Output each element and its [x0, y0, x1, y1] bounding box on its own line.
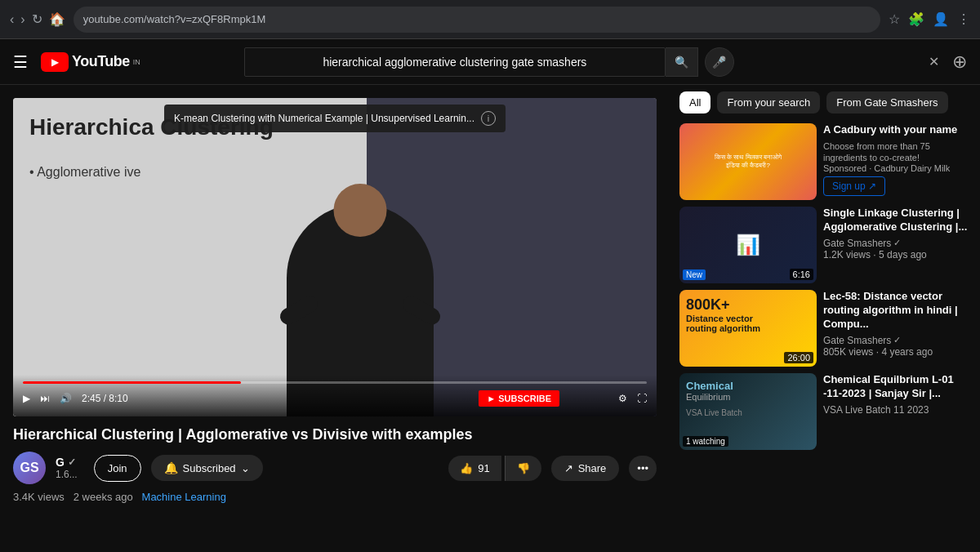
- subscribe-video-button[interactable]: ► SUBSCRIBE: [479, 390, 559, 407]
- dislike-icon: 👎: [517, 462, 530, 474]
- profile-browser-icon[interactable]: 👤: [933, 11, 949, 27]
- video2-info: Lec-58: Distance vector routing algorith…: [823, 290, 970, 367]
- video3-channel: VSA Live Batch 11 2023: [823, 404, 970, 416]
- video-player[interactable]: Hierarchica Clustering • Agglomerative i…: [13, 98, 657, 416]
- sidebar-card-ad[interactable]: किस के साथ मिलकर बनाओगेइंडिया की कैडबरी?…: [679, 123, 970, 200]
- voice-search-button[interactable]: 🎤: [705, 47, 734, 77]
- person-head: [334, 184, 387, 237]
- reload-button[interactable]: ↻: [32, 11, 42, 27]
- ad-card-info: A Cadbury with your name Choose from mor…: [823, 123, 970, 200]
- video-background: Hierarchica Clustering • Agglomerative i…: [13, 98, 657, 416]
- sidebar-card-3[interactable]: Chemical Equilibrium VSA Live Batch 1 wa…: [679, 373, 970, 450]
- like-dislike-section: 👍 91 👎: [448, 456, 541, 481]
- tooltip-info-icon[interactable]: i: [481, 111, 496, 126]
- video2-verified: ✓: [893, 335, 901, 345]
- video1-thumbnail: 📊 6:16 New: [679, 207, 817, 283]
- ad-subtitle: Choose from more than 75 ingredients to …: [823, 140, 970, 164]
- filter-chip-all[interactable]: All: [679, 91, 710, 114]
- video2-meta: 805K views · 4 years ago: [823, 346, 970, 358]
- video3-info: Chemical Equilbrium L-01 -11-2023 | Sanj…: [823, 373, 970, 450]
- youtube-logo-icon: [41, 52, 69, 72]
- dislike-button[interactable]: 👎: [505, 456, 541, 481]
- youtube-header: ☰ YouTube IN 🔍 🎤 ✕ ⊕: [0, 39, 980, 85]
- sidebar: All From your search From Gate Smashers …: [670, 85, 980, 552]
- close-search-icon[interactable]: ✕: [929, 54, 939, 69]
- create-video-icon[interactable]: ⊕: [952, 51, 967, 73]
- play-button[interactable]: ▶: [23, 393, 30, 404]
- like-button[interactable]: 👍 91: [448, 456, 501, 481]
- video-meta-row: GS G ✓ 1.6... Join 🔔 Subscribed ⌄: [13, 452, 657, 484]
- browser-actions: ☆ 🧩 👤 ⋮: [889, 11, 970, 27]
- video2-channel: Gate Smashers ✓: [823, 335, 970, 346]
- video3-watching: 1 watching: [683, 436, 728, 447]
- video-info: Hierarchical Clustering | Agglomerative …: [13, 416, 657, 513]
- like-icon: 👍: [460, 462, 473, 474]
- address-bar[interactable]: youtube.com/watch?v=zxQF8Rmpk1M: [74, 7, 880, 33]
- like-count: 91: [478, 462, 489, 474]
- ad-image: किस के साथ मिलकर बनाओगेइंडिया की कैडबरी?: [679, 123, 817, 200]
- chevron-down-icon: ⌄: [241, 462, 250, 474]
- search-input[interactable]: [244, 47, 666, 77]
- ad-title: A Cadbury with your name: [823, 123, 970, 137]
- main-content: Hierarchica Clustering • Agglomerative i…: [0, 85, 980, 552]
- sidebar-card-2[interactable]: 800K+ Distance vectorrouting algorithm 2…: [679, 290, 970, 367]
- fullscreen-icon[interactable]: ⛶: [637, 393, 647, 404]
- control-buttons: ▶ ⏭ 🔊 2:45 / 8:10 ► SUBSCRIBE ⚙ ⛶: [23, 390, 647, 407]
- video1-new-badge: New: [683, 269, 706, 280]
- video2-title: Lec-58: Distance vector routing algorith…: [823, 290, 970, 332]
- share-button[interactable]: ↗ Share: [551, 456, 620, 481]
- filter-chip-gate[interactable]: From Gate Smashers: [826, 91, 947, 114]
- subscribed-button[interactable]: 🔔 Subscribed ⌄: [151, 455, 263, 481]
- tooltip-text: K-mean Clustering with Numerical Example…: [174, 113, 474, 124]
- share-label: Share: [578, 462, 607, 474]
- video1-channel: Gate Smashers ✓: [823, 238, 970, 249]
- video-section: Hierarchica Clustering • Agglomerative i…: [0, 85, 670, 552]
- video1-title: Single Linkage Clustering | Agglomerativ…: [823, 207, 970, 234]
- settings-icon[interactable]: ⚙: [618, 393, 627, 404]
- video3-thumb-content: Chemical Equilibrium VSA Live Batch: [679, 373, 817, 424]
- video1-meta: 1.2K views · 5 days ago: [823, 249, 970, 260]
- ad-thumbnail: किस के साथ मिलकर बनाओगेइंडिया की कैडबरी?: [679, 123, 817, 200]
- more-options-button[interactable]: •••: [629, 456, 657, 481]
- video-stats: 3.4K views 2 weeks ago Machine Learning: [13, 491, 657, 503]
- signup-button[interactable]: Sign up ↗: [823, 176, 885, 196]
- header-actions: ✕ ⊕: [929, 51, 967, 73]
- channel-info: G ✓ 1.6...: [56, 456, 78, 480]
- next-button[interactable]: ⏭: [40, 393, 50, 404]
- video1-thumb-icon: 📊: [736, 234, 760, 256]
- video-tooltip: K-mean Clustering with Numerical Example…: [164, 105, 506, 132]
- filter-chip-search[interactable]: From your search: [717, 91, 820, 114]
- video3-title: Chemical Equilbrium L-01 -11-2023 | Sanj…: [823, 373, 970, 401]
- forward-button[interactable]: ›: [20, 12, 24, 27]
- more-icon: •••: [637, 462, 648, 474]
- video3-thumbnail: Chemical Equilibrium VSA Live Batch 1 wa…: [679, 373, 817, 450]
- video2-thumb-text: 800K+ Distance vectorrouting algorithm: [679, 290, 817, 340]
- home-button[interactable]: 🏠: [49, 11, 65, 27]
- progress-bar[interactable]: [23, 381, 647, 384]
- menu-browser-icon[interactable]: ⋮: [957, 11, 970, 27]
- join-button[interactable]: Join: [94, 455, 141, 482]
- sidebar-card-1[interactable]: 📊 6:16 New Single Linkage Clustering | A…: [679, 207, 970, 283]
- youtube-logo-text: YouTube: [72, 53, 130, 70]
- url-text: youtube.com/watch?v=zxQF8Rmpk1M: [83, 13, 266, 25]
- channel-name: G ✓: [56, 456, 78, 469]
- bookmark-icon[interactable]: ☆: [889, 11, 900, 27]
- video2-thumbnail: 800K+ Distance vectorrouting algorithm 2…: [679, 290, 817, 367]
- youtube-logo[interactable]: YouTube IN: [41, 52, 140, 72]
- back-button[interactable]: ‹: [10, 12, 14, 27]
- hamburger-menu-icon[interactable]: ☰: [13, 52, 28, 72]
- verified-badge: ✓: [68, 456, 76, 468]
- extensions-icon[interactable]: 🧩: [908, 11, 924, 27]
- post-date: 2 weeks ago: [74, 491, 133, 503]
- video1-info: Single Linkage Clustering | Agglomerativ…: [823, 207, 970, 283]
- video2-duration: 26:00: [784, 352, 813, 363]
- bell-icon: 🔔: [164, 461, 178, 474]
- avatar-initial: GS: [20, 461, 38, 475]
- time-display: 2:45 / 8:10: [82, 393, 128, 404]
- channel-avatar[interactable]: GS: [13, 452, 46, 484]
- search-button[interactable]: 🔍: [666, 47, 698, 77]
- view-count: 3.4K views: [13, 491, 65, 503]
- video-controls: ▶ ⏭ 🔊 2:45 / 8:10 ► SUBSCRIBE ⚙ ⛶: [13, 375, 657, 416]
- volume-icon[interactable]: 🔊: [60, 393, 72, 404]
- subscribed-label: Subscribed: [183, 462, 236, 474]
